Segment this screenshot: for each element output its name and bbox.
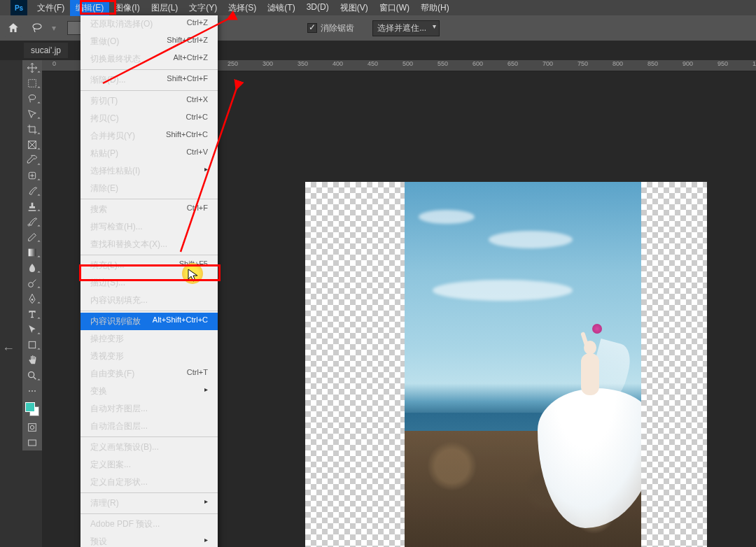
document xyxy=(305,182,707,547)
svg-rect-9 xyxy=(29,341,35,348)
svg-rect-6 xyxy=(29,249,36,257)
menu-item: 重做(O)Shift+Ctrl+Z xyxy=(80,33,218,50)
crop-tool[interactable] xyxy=(23,122,41,136)
menu-1[interactable]: 编辑(E) xyxy=(70,0,109,16)
svg-point-12 xyxy=(30,425,34,429)
brush-tool[interactable] xyxy=(23,184,41,198)
svg-rect-13 xyxy=(29,440,36,446)
svg-point-10 xyxy=(29,372,34,378)
screen-mode-icon[interactable] xyxy=(23,436,41,450)
menu-item: 自动混合图层... xyxy=(80,418,218,435)
menu-item[interactable]: 清除(E) xyxy=(80,180,218,197)
menu-6[interactable]: 滤镜(T) xyxy=(262,0,300,16)
eraser-tool[interactable] xyxy=(23,230,41,244)
menu-item[interactable]: 预设 xyxy=(80,533,218,547)
menu-item[interactable]: 粘贴(P)Ctrl+V xyxy=(80,145,218,162)
menu-9[interactable]: 窗口(W) xyxy=(374,0,415,16)
select-and-mask-button[interactable]: 选择并遮住... xyxy=(372,20,440,36)
menu-item[interactable]: 切换最终状态Alt+Ctrl+Z xyxy=(80,50,218,68)
quick-mask-icon[interactable] xyxy=(23,420,41,434)
stamp-tool[interactable] xyxy=(23,199,41,213)
shape-tool[interactable] xyxy=(23,338,41,352)
menu-item[interactable]: 定义图案... xyxy=(80,456,218,474)
svg-point-7 xyxy=(29,283,34,287)
frame-tool[interactable] xyxy=(23,138,41,152)
menu-item[interactable]: 透视变形 xyxy=(80,348,218,365)
blur-tool[interactable] xyxy=(23,261,41,275)
more-tools[interactable]: ⋯ xyxy=(23,384,41,398)
document-tab[interactable]: sucai'.jp xyxy=(24,43,68,58)
app-icon: Ps xyxy=(10,0,27,15)
menu-item[interactable]: Adobe PDF 预设... xyxy=(80,516,218,533)
svg-rect-11 xyxy=(29,424,36,432)
hand-tool[interactable] xyxy=(23,353,41,367)
menu-item[interactable]: 变换 xyxy=(80,383,218,400)
tool-palette: ⋯ xyxy=(22,60,42,450)
menu-item: 拼写检查(H)... xyxy=(80,218,218,236)
svg-point-5 xyxy=(28,224,30,226)
home-icon[interactable] xyxy=(4,19,22,37)
tool-preset-icon[interactable] xyxy=(29,20,45,36)
pen-tool[interactable] xyxy=(23,292,41,306)
back-arrow-icon[interactable]: ← xyxy=(2,341,15,356)
dodge-tool[interactable] xyxy=(23,276,41,290)
quick-select-tool[interactable] xyxy=(23,107,41,121)
marquee-tool[interactable] xyxy=(23,76,41,90)
svg-rect-1 xyxy=(29,80,36,87)
color-swatch[interactable] xyxy=(24,402,40,417)
cursor-icon xyxy=(188,269,199,283)
photo-content xyxy=(405,182,641,547)
menu-item[interactable]: 还原取消选择(O)Ctrl+Z xyxy=(80,15,218,33)
menu-2[interactable]: 图像(I) xyxy=(109,0,145,16)
menu-10[interactable]: 帮助(H) xyxy=(415,0,455,16)
menu-item[interactable]: 定义画笔预设(B)... xyxy=(80,439,218,456)
menu-item: 自动对齐图层... xyxy=(80,400,218,418)
menu-item[interactable]: 拷贝(C)Ctrl+C xyxy=(80,110,218,127)
menu-item: 渐隐(D)...Shift+Ctrl+F xyxy=(80,71,218,89)
menu-item: 内容识别填充... xyxy=(80,292,218,309)
lasso-tool[interactable] xyxy=(23,92,41,106)
menu-item[interactable]: 合并拷贝(Y)Shift+Ctrl+C xyxy=(80,127,218,145)
menu-3[interactable]: 图层(L) xyxy=(146,0,184,16)
menu-item[interactable]: 自由变换(F)Ctrl+T xyxy=(80,365,218,383)
checkbox-icon[interactable] xyxy=(307,23,317,33)
menu-item[interactable]: 内容识别缩放Alt+Shift+Ctrl+C xyxy=(80,313,218,330)
menu-4[interactable]: 文字(Y) xyxy=(183,0,223,16)
zoom-tool[interactable] xyxy=(23,369,41,383)
menu-item[interactable]: 清理(R) xyxy=(80,495,218,512)
gradient-tool[interactable] xyxy=(23,246,41,260)
eyedropper-tool[interactable] xyxy=(23,153,41,167)
menu-item[interactable]: 操控变形 xyxy=(80,330,218,348)
menu-item: 查找和替换文本(X)... xyxy=(80,236,218,253)
menu-item: 剪切(T)Ctrl+X xyxy=(80,92,218,110)
menu-8[interactable]: 视图(V) xyxy=(335,0,374,16)
move-tool[interactable] xyxy=(23,61,41,75)
healing-tool[interactable] xyxy=(23,169,41,183)
history-brush-tool[interactable] xyxy=(23,215,41,229)
menu-item[interactable]: 选择性粘贴(I) xyxy=(80,162,218,180)
menu-item[interactable]: 搜索Ctrl+F xyxy=(80,201,218,218)
svg-point-2 xyxy=(29,95,35,100)
menu-item: 定义自定形状... xyxy=(80,474,218,491)
path-select-tool[interactable] xyxy=(23,322,41,336)
antialias-label: 消除锯齿 xyxy=(321,22,354,34)
svg-point-8 xyxy=(31,299,33,300)
antialias-option[interactable]: 消除锯齿 xyxy=(307,22,354,34)
menubar: Ps 文件(F)编辑(E)图像(I)图层(L)文字(Y)选择(S)滤镜(T)3D… xyxy=(0,0,756,15)
svg-point-0 xyxy=(33,24,41,29)
menu-0[interactable]: 文件(F) xyxy=(31,0,70,16)
menu-7[interactable]: 3D(D) xyxy=(301,0,335,16)
type-tool[interactable] xyxy=(23,307,41,321)
menu-5[interactable]: 选择(S) xyxy=(223,0,262,16)
